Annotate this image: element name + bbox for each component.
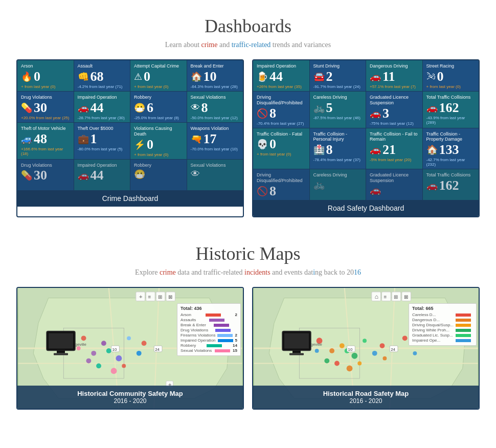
svg-text:⊞: ⊞ [394, 294, 398, 300]
collision-fatal-icon: 💀 [257, 139, 268, 150]
svg-text:⊠: ⊠ [404, 294, 408, 300]
stat-sexual-violations: Sexual Violations 👁 8 -50.0% from last y… [187, 92, 243, 122]
collision-injury-icon: 🏥 [313, 144, 325, 155]
svg-text:⊠: ⊠ [168, 294, 172, 300]
weapons-icon: 🔫 [191, 133, 202, 145]
svg-text:10: 10 [348, 347, 353, 352]
stat-sexual-2: Sexual Violations 👁 [187, 160, 243, 190]
svg-point-6 [81, 336, 86, 341]
crime-map-legend: Total: 436 Arson2 Assaults Break & Enter… [177, 303, 241, 356]
robbery-icon-2: 😷 [134, 169, 145, 180]
maps-row: Orangeville 24 10 + ≡ ⊞ ⊠ [0, 282, 496, 420]
svg-point-45 [329, 348, 334, 353]
theft-vehicle-icon: 🚙 [21, 133, 32, 145]
careless-icon: 🚲 [313, 102, 325, 114]
stat-street-racing: Street Racing 🌬 0 + from last year (0) [423, 60, 479, 91]
stat-drug-violations-2: Drug Violations 💊 30 [17, 160, 74, 190]
svg-point-12 [96, 364, 101, 369]
svg-point-57 [382, 356, 387, 361]
stat-impaired: Impaired Operation 🚗 44 -28.7% from last… [74, 92, 130, 122]
impaired-icon-2: 🚗 [78, 170, 89, 181]
monitor-icon [46, 330, 76, 361]
svg-point-7 [91, 351, 96, 356]
crime-dashboard-grid: Arson 🔥 0 + from last year (0) Assault 👊… [17, 60, 243, 190]
stat-grad-2: Graduated Licence Suspension 🚗 [366, 169, 422, 200]
road-map-card[interactable]: Orangeville 24 10 ⌂ ≡ ⊞ ⊠ [252, 287, 480, 410]
road-map-title: Historical Road Safety Map [255, 390, 477, 397]
stat-attempt-capital: Attempt Capital Crime ⚠ 0 + from last ye… [130, 60, 187, 91]
svg-rect-76 [289, 353, 304, 355]
stat-collision-injury: Traffic Collision - Personal Injury 🏥 8 … [310, 128, 366, 169]
stunt-icon: 🚘 [313, 71, 325, 82]
stat-collision-fatal: Traffic Collision - Fatal 💀 0 + from las… [253, 128, 309, 169]
crime-map-card[interactable]: Orangeville 24 10 + ≡ ⊞ ⊠ [16, 287, 244, 410]
drug-icon-2: 💊 [21, 170, 32, 181]
svg-rect-74 [284, 333, 309, 349]
svg-point-49 [372, 351, 377, 356]
stat-weapons: Weapons Violation 🔫 17 -70.0% from last … [187, 123, 243, 159]
stat-arson: Arson 🔥 0 + from last year (0) [17, 60, 74, 91]
crime-dashboard-label[interactable]: Crime Dashboard [17, 190, 243, 207]
stat-dangerous-driving: Dangerous Driving 🚗 11 +57.1% from last … [366, 60, 422, 91]
dashboards-row: Arson 🔥 0 + from last year (0) Assault 👊… [0, 54, 496, 228]
stat-grad-licence: Graduated Licence Suspension 🚗 3 -75% fr… [366, 92, 422, 128]
svg-point-58 [402, 336, 408, 341]
stat-impaired-op: Impaired Operation 🍺 44 +26% from last y… [253, 60, 309, 91]
stat-stunt-driving: Stunt Driving 🚘 2 -91.7% from last year … [310, 60, 366, 91]
stat-robbery-2: Robbery 😷 [130, 160, 187, 190]
road-dashboard-card[interactable]: Impaired Operation 🍺 44 +26% from last y… [252, 59, 480, 217]
svg-rect-35 [49, 333, 73, 349]
svg-point-15 [86, 359, 91, 364]
svg-point-53 [324, 359, 329, 364]
road-dashboard-label[interactable]: Road Safety Dashboard [253, 200, 479, 216]
dashboards-title: Dashboards [10, 15, 486, 37]
collision-remain-icon: 🚗 [370, 144, 381, 155]
assault-icon: 👊 [78, 71, 89, 82]
svg-text:24: 24 [391, 347, 395, 352]
dashboards-header: Dashboards Learn about crime and traffic… [0, 0, 496, 54]
svg-point-11 [137, 351, 142, 356]
sexual-icon-2: 👁 [191, 169, 200, 180]
svg-point-50 [334, 361, 340, 366]
dashboards-section: Dashboards Learn about crime and traffic… [0, 0, 496, 228]
stat-theft-vehicle: Theft of Motor Vehicle 🚙 48 +166.6% from… [17, 123, 74, 159]
svg-text:⌂: ⌂ [375, 293, 378, 300]
maps-header: Historic Maps Explore crime data and tra… [0, 228, 496, 282]
road-map-footer: Historical Road Safety Map 2016 - 2020 [253, 386, 479, 409]
svg-point-46 [340, 343, 345, 348]
svg-rect-36 [57, 351, 65, 353]
stat-driving-disq: Driving Disqualified/Prohibited 🚫 8 -70.… [253, 92, 309, 128]
stat-assault: Assault 👊 68 -4.2% from last year (71) [74, 60, 130, 91]
stat-collision-property: Traffic Collision - Property Damage 🏠 13… [423, 128, 479, 169]
svg-text:10: 10 [112, 347, 117, 352]
break-enter-icon: 🏠 [191, 71, 202, 82]
maps-section: Historic Maps Explore crime data and tra… [0, 228, 496, 420]
svg-point-18 [106, 348, 111, 353]
stat-collision-remain: Traffic Collision - Fail to Remain 🚗 21 … [366, 128, 422, 169]
drug-icon: 💊 [21, 102, 32, 114]
driving-disq-icon: 🚫 [257, 108, 268, 119]
grad-licence-icon: 🚗 [370, 108, 381, 119]
svg-point-14 [122, 364, 126, 368]
collision-property-icon: 🏠 [426, 144, 438, 155]
attempt-icon: ⚠ [134, 71, 142, 82]
impaired-icon: 🚗 [78, 102, 89, 114]
svg-point-54 [380, 343, 385, 348]
theft-5000-icon: 💼 [78, 133, 89, 145]
crime-map-footer: Historical Community Safety Map 2016 - 2… [17, 386, 243, 409]
svg-point-48 [363, 339, 367, 343]
crime-map-bg: Orangeville 24 10 + ≡ ⊞ ⊠ [17, 288, 243, 409]
collisions-icon: 🚗 [426, 102, 438, 114]
svg-text:≡: ≡ [384, 294, 387, 300]
crime-map-title: Historical Community Safety Map [19, 390, 241, 397]
svg-text:⊞: ⊞ [158, 294, 162, 300]
stat-theft-5000: Theft Over $5000 💼 1 -80.0% from last ye… [74, 123, 130, 159]
svg-point-17 [77, 346, 81, 350]
impaired-op-icon: 🍺 [257, 71, 268, 82]
stat-careless-driving: Careless Driving 🚲 5 -87.5% from last ye… [310, 92, 366, 128]
svg-point-9 [116, 355, 122, 362]
crime-dashboard-card[interactable]: Arson 🔥 0 + from last year (0) Assault 👊… [16, 59, 244, 217]
stat-violations-death: Violations Causing Death ⚡ 0 + from last… [130, 123, 187, 159]
street-racing-icon: 🌬 [426, 71, 436, 82]
stat-careless-2: Careless Driving 🚲 [310, 169, 366, 200]
